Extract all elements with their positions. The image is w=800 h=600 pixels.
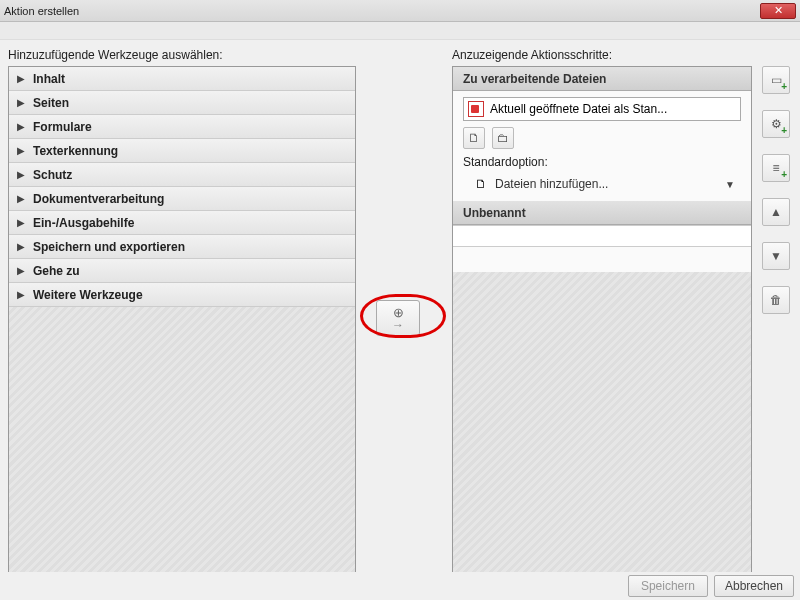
unnamed-section-header: Unbenannt bbox=[453, 201, 751, 225]
trash-icon: 🗑 bbox=[770, 293, 782, 307]
chevron-right-icon: ▶ bbox=[17, 241, 27, 252]
triangle-up-icon: ▲ bbox=[770, 205, 782, 219]
titlebar: Aktion erstellen ✕ bbox=[0, 0, 800, 22]
tool-label: Seiten bbox=[33, 96, 69, 110]
save-button[interactable]: Speichern bbox=[628, 575, 708, 597]
move-down-button[interactable]: ▼ bbox=[762, 242, 790, 270]
panel-icon: ▭ bbox=[771, 73, 782, 87]
tool-category-weitere-werkzeuge[interactable]: ▶Weitere Werkzeuge bbox=[9, 283, 355, 307]
chevron-right-icon: ▶ bbox=[17, 169, 27, 180]
add-file-icon: 🗋 bbox=[473, 176, 489, 192]
standard-option-label: Standardoption: bbox=[463, 155, 741, 169]
tool-category-schutz[interactable]: ▶Schutz bbox=[9, 163, 355, 187]
files-section-header: Zu verarbeitende Dateien bbox=[453, 67, 751, 91]
standard-option-dropdown[interactable]: 🗋 Dateien hinzufügen... ▼ bbox=[463, 173, 741, 195]
tool-label: Gehe zu bbox=[33, 264, 80, 278]
dialog-window: Aktion erstellen ✕ Hinzuzufügende Werkze… bbox=[0, 0, 800, 600]
tool-label: Dokumentverarbeitung bbox=[33, 192, 164, 206]
add-instruction-button[interactable]: ⚙+ bbox=[762, 110, 790, 138]
delete-button[interactable]: 🗑 bbox=[762, 286, 790, 314]
unnamed-step-row[interactable] bbox=[453, 225, 751, 247]
tool-category-seiten[interactable]: ▶Seiten bbox=[9, 91, 355, 115]
add-divider-button[interactable]: ≡+ bbox=[762, 154, 790, 182]
tools-label: Hinzuzufügende Werkzeuge auswählen: bbox=[8, 48, 223, 62]
pdf-icon bbox=[468, 101, 484, 117]
plus-badge-icon: + bbox=[781, 169, 787, 180]
chevron-right-icon: ▶ bbox=[17, 193, 27, 204]
dialog-footer: Speichern Abbrechen bbox=[0, 572, 800, 600]
current-file-row[interactable]: Aktuell geöffnete Datei als Stan... bbox=[463, 97, 741, 121]
steps-panel: Zu verarbeitende Dateien Aktuell geöffne… bbox=[452, 66, 752, 576]
tool-label: Schutz bbox=[33, 168, 72, 182]
plus-badge-icon: + bbox=[781, 125, 787, 136]
dropdown-indicator-icon: ▼ bbox=[725, 179, 741, 190]
tool-label: Ein-/Ausgabehilfe bbox=[33, 216, 134, 230]
chevron-right-icon: ▶ bbox=[17, 217, 27, 228]
close-button[interactable]: ✕ bbox=[760, 3, 796, 19]
tool-label: Formulare bbox=[33, 120, 92, 134]
current-file-label: Aktuell geöffnete Datei als Stan... bbox=[490, 102, 667, 116]
side-toolbar: ▭+ ⚙+ ≡+ ▲ ▼ 🗑 bbox=[762, 66, 792, 330]
plus-badge-icon: + bbox=[781, 81, 787, 92]
gear-icon: ⚙ bbox=[771, 117, 782, 131]
divider-icon: ≡ bbox=[772, 161, 779, 175]
add-panel-button[interactable]: ▭+ bbox=[762, 66, 790, 94]
tool-category-dokumentverarbeitung[interactable]: ▶Dokumentverarbeitung bbox=[9, 187, 355, 211]
tool-category-texterkennung[interactable]: ▶Texterkennung bbox=[9, 139, 355, 163]
open-folder-button[interactable]: 🗀 bbox=[492, 127, 514, 149]
tool-category-gehe-zu[interactable]: ▶Gehe zu bbox=[9, 259, 355, 283]
tool-category-formulare[interactable]: ▶Formulare bbox=[9, 115, 355, 139]
tool-label: Weitere Werkzeuge bbox=[33, 288, 143, 302]
steps-label: Anzuzeigende Aktionsschritte: bbox=[452, 48, 612, 62]
chevron-right-icon: ▶ bbox=[17, 97, 27, 108]
window-title: Aktion erstellen bbox=[4, 5, 760, 17]
files-section-body: Aktuell geöffnete Datei als Stan... 🗋 🗀 … bbox=[453, 91, 751, 201]
add-files-label: Dateien hinzufügen... bbox=[495, 177, 725, 191]
tool-label: Texterkennung bbox=[33, 144, 118, 158]
plus-circle-icon: ⊕ bbox=[393, 306, 404, 319]
tools-panel: ▶Inhalt ▶Seiten ▶Formulare ▶Texterkennun… bbox=[8, 66, 356, 576]
add-step-button[interactable]: ⊕ → bbox=[376, 300, 420, 336]
chevron-right-icon: ▶ bbox=[17, 265, 27, 276]
tool-category-speichern-exportieren[interactable]: ▶Speichern und exportieren bbox=[9, 235, 355, 259]
tool-label: Inhalt bbox=[33, 72, 65, 86]
chevron-right-icon: ▶ bbox=[17, 121, 27, 132]
triangle-down-icon: ▼ bbox=[770, 249, 782, 263]
new-file-button[interactable]: 🗋 bbox=[463, 127, 485, 149]
tool-category-ein-ausgabehilfe[interactable]: ▶Ein-/Ausgabehilfe bbox=[9, 211, 355, 235]
tool-label: Speichern und exportieren bbox=[33, 240, 185, 254]
content-area: Hinzuzufügende Werkzeuge auswählen: Anzu… bbox=[4, 48, 796, 572]
tool-category-inhalt[interactable]: ▶Inhalt bbox=[9, 67, 355, 91]
move-up-button[interactable]: ▲ bbox=[762, 198, 790, 226]
chevron-right-icon: ▶ bbox=[17, 289, 27, 300]
arrow-right-icon: → bbox=[392, 319, 404, 331]
chevron-right-icon: ▶ bbox=[17, 73, 27, 84]
file-toolbar: 🗋 🗀 bbox=[463, 127, 741, 149]
steps-empty-area bbox=[453, 272, 751, 575]
toolbar-placeholder bbox=[0, 22, 800, 40]
tools-empty-area bbox=[9, 307, 355, 575]
chevron-right-icon: ▶ bbox=[17, 145, 27, 156]
cancel-button[interactable]: Abbrechen bbox=[714, 575, 794, 597]
